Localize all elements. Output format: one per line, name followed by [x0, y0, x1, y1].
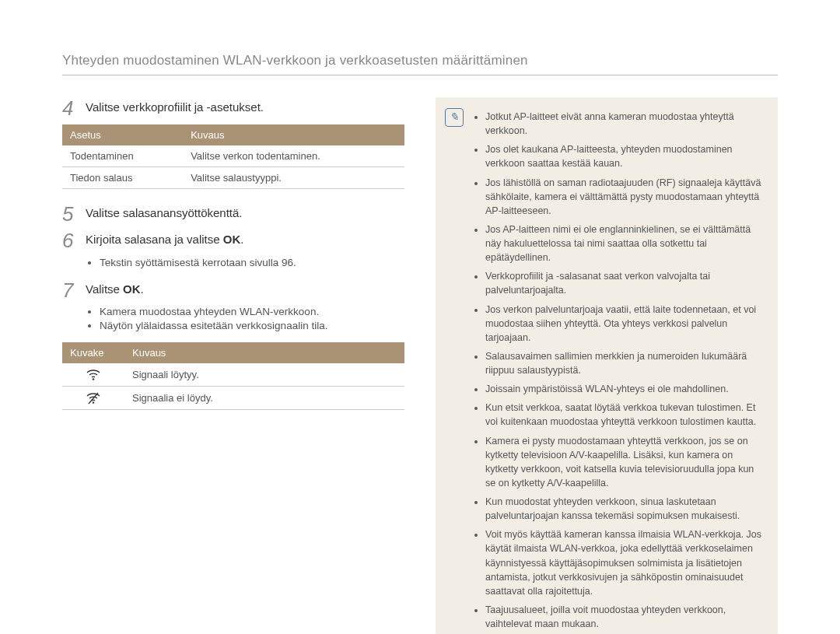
icons-header-icon: Kuvake	[62, 342, 124, 363]
step-number: 4	[62, 97, 82, 120]
bullet-item: Tekstin syöttämisestä kerrotaan sivulla …	[100, 257, 404, 268]
right-column: ✎ Jotkut AP-laitteet eivät anna kameran …	[436, 97, 778, 634]
note-item: Joissain ympäristöissä WLAN-yhteys ei ol…	[485, 382, 764, 396]
manual-page: Yhteyden muodostaminen WLAN-verkkoon ja …	[0, 0, 840, 634]
step-6: 6 Kirjoita salasana ja valitse OK.	[62, 229, 404, 252]
step-text-prefix: Kirjoita salasana ja valitse	[86, 233, 223, 246]
settings-table: Asetus Kuvaus Todentaminen Valitse verko…	[62, 124, 404, 189]
note-item: Jos olet kaukana AP-laitteesta, yhteyden…	[485, 142, 764, 170]
setting-name: Todentaminen	[62, 145, 183, 167]
step-7: 7 Valitse OK.	[62, 279, 404, 302]
step-text-prefix: Valitse	[86, 282, 123, 296]
svg-point-1	[93, 401, 94, 403]
note-item: Kun muodostat yhteyden verkkoon, sinua l…	[485, 495, 764, 523]
table-row: Todentaminen Valitse verkon todentaminen…	[62, 145, 404, 167]
step-number: 5	[62, 203, 82, 226]
step-text-suffix: .	[240, 233, 243, 246]
note-item: Voit myös käyttää kameran kanssa ilmaisi…	[485, 527, 764, 598]
bullet-item: Kamera muodostaa yhteyden WLAN-verkkoon.	[100, 306, 404, 317]
icon-desc: Signaalia ei löydy.	[124, 386, 404, 409]
note-item: Jos lähistöllä on saman radiotaajuuden (…	[485, 176, 764, 218]
settings-header-description: Kuvaus	[183, 124, 404, 145]
note-item: Verkkoprofiilit ja -salasanat saat verko…	[485, 269, 764, 297]
ok-label: OK	[223, 233, 241, 246]
step-5: 5 Valitse salasanansyöttökenttä.	[62, 203, 404, 226]
step-number: 6	[62, 229, 82, 252]
step-text: Valitse salasanansyöttökenttä.	[86, 203, 243, 219]
step-4: 4 Valitse verkkoprofiilit ja -asetukset.	[62, 97, 404, 120]
note-box: ✎ Jotkut AP-laitteet eivät anna kameran …	[436, 97, 778, 634]
table-row: Signaali löytyy.	[62, 363, 404, 386]
step-number: 7	[62, 279, 82, 302]
svg-point-0	[93, 378, 94, 380]
step-text: Kirjoita salasana ja valitse OK.	[86, 229, 243, 246]
step-text: Valitse OK.	[86, 279, 144, 296]
ok-label: OK	[123, 282, 141, 296]
setting-desc: Valitse verkon todentaminen.	[183, 145, 404, 167]
left-column: 4 Valitse verkkoprofiilit ja -asetukset.…	[62, 97, 404, 634]
content-columns: 4 Valitse verkkoprofiilit ja -asetukset.…	[62, 97, 778, 634]
note-item: Jotkut AP-laitteet eivät anna kameran mu…	[485, 110, 764, 138]
page-title: Yhteyden muodostaminen WLAN-verkkoon ja …	[62, 53, 778, 75]
note-item: Kun etsit verkkoa, saatat löytää verkkoa…	[485, 401, 764, 429]
note-item: Taajuusalueet, joilla voit muodostaa yht…	[485, 603, 764, 631]
wifi-found-icon	[62, 363, 124, 386]
note-list: Jotkut AP-laitteet eivät anna kameran mu…	[473, 110, 764, 634]
icon-desc: Signaali löytyy.	[124, 363, 404, 386]
icons-header-description: Kuvaus	[124, 342, 404, 363]
note-item: Jos AP-laitteen nimi ei ole englanninkie…	[485, 222, 764, 264]
step-text: Valitse verkkoprofiilit ja -asetukset.	[86, 97, 264, 114]
note-item: Jos verkon palveluntarjoaja vaatii, että…	[485, 303, 764, 345]
table-row: Signaalia ei löydy.	[62, 386, 404, 409]
wifi-not-found-icon	[62, 386, 124, 409]
table-row: Tiedon salaus Valitse salaustyyppi.	[62, 166, 404, 188]
icons-table: Kuvake Kuvaus Signaali löytyy.	[62, 342, 404, 409]
bullet-item: Näytön ylälaidassa esitetään verkkosigna…	[100, 320, 404, 331]
step-text-suffix: .	[141, 282, 144, 296]
step-7-bullets: Kamera muodostaa yhteyden WLAN-verkkoon.…	[62, 306, 404, 331]
settings-header-setting: Asetus	[62, 124, 183, 145]
note-item: Salausavaimen sallimien merkkien ja nume…	[485, 349, 764, 377]
setting-desc: Valitse salaustyyppi.	[183, 166, 404, 188]
setting-name: Tiedon salaus	[62, 166, 183, 188]
step-6-bullets: Tekstin syöttämisestä kerrotaan sivulla …	[62, 257, 404, 268]
note-item: Kamera ei pysty muodostamaan yhteyttä ve…	[485, 434, 764, 491]
note-icon: ✎	[445, 108, 464, 127]
